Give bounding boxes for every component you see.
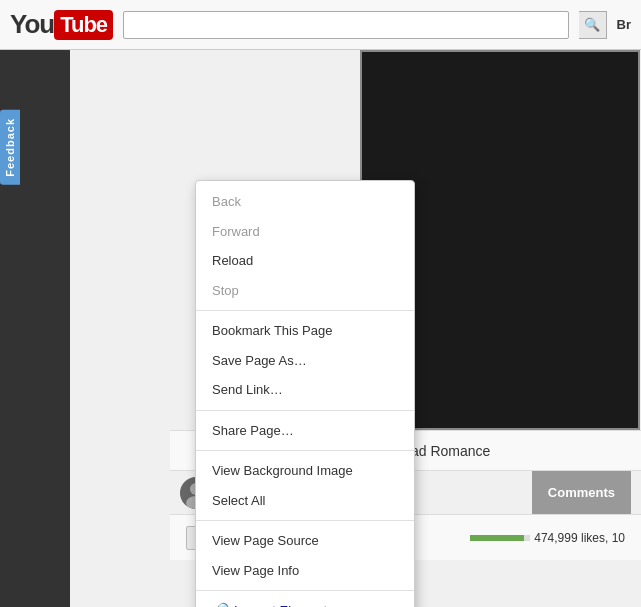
likes-number: 474,999 likes, 10 [534,531,625,545]
separator-1 [196,310,414,311]
sidebar: Feedback [0,50,70,607]
menu-item-save-page[interactable]: Save Page As… [196,346,414,376]
inspect-icon: 🔎 [212,603,228,607]
menu-item-send-link[interactable]: Send Link… [196,375,414,405]
separator-4 [196,520,414,521]
search-button[interactable]: 🔍 [579,11,607,39]
menu-item-select-all[interactable]: Select All [196,486,414,516]
menu-item-view-source[interactable]: View Page Source [196,526,414,556]
youtube-logo: YouTube [10,9,113,40]
separator-5 [196,590,414,591]
menu-item-inspect[interactable]: 🔎 Inspect Element [196,596,414,607]
menu-item-view-info[interactable]: View Page Info [196,556,414,586]
likes-fill [470,535,524,541]
logo-you: You [10,9,54,40]
main-content: Feedback Lady Gaga - Bad Romance LadyGag… [0,50,641,607]
comments-tab[interactable]: Comments [532,471,631,514]
br-label: Br [617,17,631,32]
top-bar: YouTube 🔍 Br [0,0,641,50]
menu-item-share-page[interactable]: Share Page… [196,416,414,446]
menu-item-reload[interactable]: Reload [196,246,414,276]
search-icon: 🔍 [584,17,600,32]
likes-count: 474,999 likes, 10 [470,531,625,545]
menu-item-back[interactable]: Back [196,187,414,217]
search-input[interactable] [123,11,568,39]
separator-3 [196,450,414,451]
menu-item-view-bg[interactable]: View Background Image [196,456,414,486]
feedback-tab[interactable]: Feedback [0,110,20,185]
separator-2 [196,410,414,411]
menu-item-forward[interactable]: Forward [196,217,414,247]
inspect-label: Inspect Element [234,601,327,607]
likes-bar [470,535,530,541]
menu-item-stop[interactable]: Stop [196,276,414,306]
menu-item-bookmark[interactable]: Bookmark This Page [196,316,414,346]
logo-tube: Tube [54,10,113,40]
context-menu: Back Forward Reload Stop Bookmark This P… [195,180,415,607]
page-bg: Lady Gaga - Bad Romance LadyGagaVEVO + C… [70,50,641,607]
